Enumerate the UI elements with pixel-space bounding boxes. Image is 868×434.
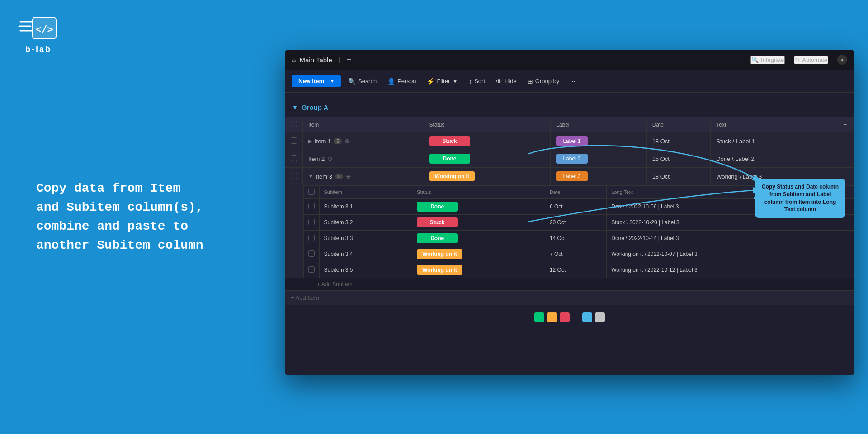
person-button[interactable]: 👤 Person: [384, 75, 420, 87]
status-badge: Done: [429, 154, 470, 164]
hide-button[interactable]: 👁 Hide: [492, 75, 520, 87]
top-bar-right: 🔍 Integrate ↻ Automate ▲: [750, 55, 847, 65]
status-cell[interactable]: Stuck: [424, 132, 551, 150]
add-subitem-label[interactable]: + Add Subitem: [317, 281, 352, 288]
search-icon: 🔍: [348, 78, 356, 85]
item-name-cell: ▼ Item 3 5 ⊕: [303, 168, 424, 185]
group-chevron-icon[interactable]: ▼: [292, 104, 298, 111]
subitem-row: Subitem 3.4 Working on It 7 Oct Working …: [303, 246, 854, 262]
item-badge: 5: [334, 138, 342, 144]
row-extra-cell: [838, 132, 854, 150]
subitem-name: Subitem 3.5: [319, 262, 412, 278]
integrate-button[interactable]: 🔍 Integrate: [750, 56, 785, 64]
subitem-date: 12 Oct: [545, 262, 606, 278]
subitem-checkbox[interactable]: [303, 231, 319, 246]
logo-text: b-lab: [25, 45, 52, 54]
add-tab-button[interactable]: +: [347, 55, 352, 65]
add-item-label[interactable]: + Add Item: [291, 294, 319, 301]
new-item-dropdown-arrow[interactable]: ▼: [327, 79, 335, 84]
subitem-status-badge: Done: [417, 233, 458, 243]
date-cell: 18 Oct: [646, 168, 711, 185]
automate-button[interactable]: ↻ Automate: [794, 56, 828, 64]
collapse-button[interactable]: ▲: [837, 55, 847, 65]
left-text-line3: combine and paste to: [36, 219, 188, 233]
row-checkbox[interactable]: [285, 150, 303, 168]
subitem-name: Subitem 3.1: [319, 199, 412, 215]
status-badge: Stuck: [429, 136, 470, 146]
filter-button[interactable]: ⚡ Filter ▼: [423, 75, 462, 87]
person-icon: 👤: [387, 78, 395, 85]
add-subitem-inline-icon[interactable]: ⊕: [344, 137, 350, 145]
top-bar-left: ⌂ Main Table | +: [292, 55, 351, 65]
column-header-text: Text: [711, 117, 838, 132]
new-item-button[interactable]: New Item ▼: [292, 75, 341, 87]
status-cell[interactable]: Working on It: [424, 168, 551, 185]
date-cell: 18 Oct: [646, 132, 711, 150]
status-badge: Working on It: [429, 171, 475, 181]
status-cell[interactable]: Done: [424, 150, 551, 168]
row-expand-icon[interactable]: ▶: [308, 138, 312, 144]
subitem-status-cell[interactable]: Working on It: [412, 262, 545, 278]
text-cell: Stuck / Label 1: [711, 132, 838, 150]
automate-label: Automate: [802, 57, 827, 63]
row-expand-icon[interactable]: ▼: [308, 174, 313, 179]
more-options-button[interactable]: ···: [566, 75, 579, 87]
sort-icon: ↕: [469, 78, 472, 85]
select-all-checkbox[interactable]: [285, 117, 303, 132]
group-by-button[interactable]: ⊞ Group by: [524, 75, 563, 87]
color-dot-gray: [595, 312, 605, 322]
label-cell[interactable]: Label 1: [551, 132, 647, 150]
text-cell: Done \ Label 2: [711, 150, 838, 168]
subitem-status-cell[interactable]: Stuck: [412, 215, 545, 231]
logo-area: </> b-lab: [18, 14, 59, 54]
label-badge: Label 1: [556, 136, 588, 146]
row-checkbox[interactable]: [285, 132, 303, 150]
hide-icon: 👁: [496, 78, 502, 85]
sort-button[interactable]: ↕ Sort: [465, 75, 489, 87]
color-dots-bar: [285, 305, 854, 330]
color-dot-blue: [582, 312, 592, 322]
divider: |: [339, 56, 340, 64]
subitem-extra: [838, 246, 854, 262]
subitem-date: 14 Oct: [545, 231, 606, 246]
left-text-line2: and Subitem column(s),: [36, 200, 203, 214]
subitem-date: 7 Oct: [545, 246, 606, 262]
label-cell[interactable]: Label 3: [551, 168, 647, 185]
search-button[interactable]: 🔍 Search: [344, 75, 380, 87]
subitem-status-cell[interactable]: Done: [412, 231, 545, 246]
subitem-checkbox[interactable]: [303, 262, 319, 278]
item-name: Item 2: [308, 156, 325, 162]
add-subitem-inline-icon[interactable]: ⊕: [327, 155, 333, 162]
app-window: ⌂ Main Table | + 🔍 Integrate ↻ Automate …: [285, 50, 854, 375]
group-name: Group A: [302, 104, 328, 111]
subitem-checkbox[interactable]: [303, 199, 319, 215]
svg-text:</>: </>: [35, 24, 53, 35]
group-by-label: Group by: [535, 78, 559, 85]
person-label: Person: [397, 78, 416, 85]
label-badge: Label 2: [556, 154, 588, 164]
subitem-status-badge: Working on It: [417, 265, 462, 275]
item-name-cell: Item 2 ⊕: [303, 150, 424, 168]
label-cell[interactable]: Label 2: [551, 150, 647, 168]
subitem-status-cell[interactable]: Done: [412, 199, 545, 215]
subitem-date: 20 Oct: [545, 215, 606, 231]
subitem-date: 6 Oct: [545, 199, 606, 215]
table-header-row: Item Status Label Date Text +: [285, 117, 854, 132]
item-name-cell: ▶ Item 1 5 ⊕: [303, 132, 424, 150]
add-column-button[interactable]: +: [838, 117, 854, 132]
column-header-date: Date: [646, 117, 711, 132]
home-icon[interactable]: ⌂: [292, 56, 296, 63]
hide-label: Hide: [505, 78, 517, 85]
subitem-status-cell[interactable]: Working on It: [412, 246, 545, 262]
subitem-checkbox[interactable]: [303, 215, 319, 231]
row-checkbox[interactable]: [285, 168, 303, 185]
sort-label: Sort: [474, 78, 485, 85]
left-text-line1: Copy data from Item: [36, 181, 180, 195]
subitem-col-name: Subitem: [319, 186, 412, 199]
subitem-select-all[interactable]: [303, 186, 319, 199]
add-item-row: + Add Item: [285, 291, 854, 305]
subitem-checkbox[interactable]: [303, 246, 319, 262]
subitem-status-badge: Done: [417, 202, 458, 212]
filter-icon: ⚡: [427, 78, 434, 85]
add-subitem-inline-icon[interactable]: ⊕: [346, 173, 351, 180]
